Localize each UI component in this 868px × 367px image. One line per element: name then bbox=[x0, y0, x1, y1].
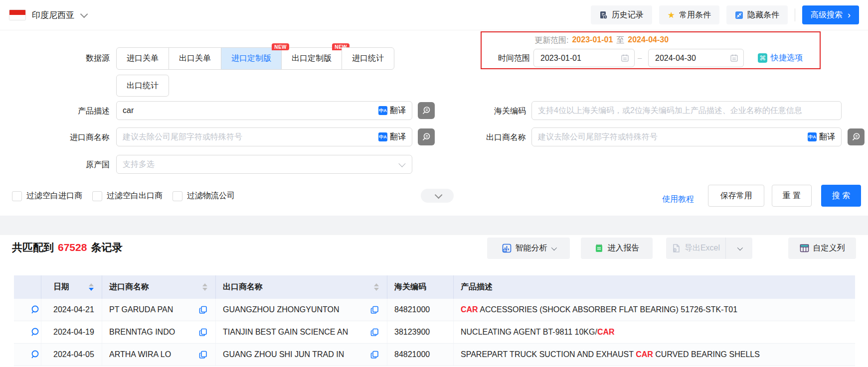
exporter-name[interactable]: TIANJIN BEST GAIN SCIENCE AN bbox=[223, 328, 348, 337]
importer-name[interactable]: ARTHA WIRA LO bbox=[109, 350, 171, 359]
quick-options-label: 快捷选项 bbox=[771, 53, 803, 63]
hs-code-cell: 38123900 bbox=[387, 321, 454, 343]
table-row: 2024-04-21 PT GARUDA PAN GUANGZHOU ZHONG… bbox=[14, 299, 855, 321]
origin-select[interactable] bbox=[116, 155, 412, 174]
collapse-form-button[interactable] bbox=[421, 189, 454, 203]
copy-button[interactable] bbox=[369, 351, 380, 359]
chevron-down-icon bbox=[551, 245, 556, 250]
customize-columns-button[interactable]: 自定义列 bbox=[788, 238, 856, 259]
exporter-cell: TIANJIN BEST GAIN SCIENCE AN bbox=[216, 321, 387, 343]
view-detail-button[interactable] bbox=[29, 305, 41, 315]
export-excel-label: 导出Excel bbox=[685, 243, 720, 253]
export-excel-button[interactable]: 导出Excel bbox=[666, 238, 725, 259]
header-date[interactable]: 日期 bbox=[41, 275, 102, 299]
exporter-name[interactable]: GUANGZHOU ZHONGYUNTON bbox=[223, 305, 339, 314]
origin-label: 原产国 bbox=[0, 160, 110, 170]
importer-name[interactable]: PT GARUDA PAN bbox=[109, 305, 173, 314]
exporter-name[interactable]: GUANG ZHOU SHI JUN TRAD IN bbox=[223, 350, 344, 359]
country-name: 印度尼西亚 bbox=[32, 9, 74, 21]
exporter-field: 中A 翻译 bbox=[531, 127, 842, 146]
importer-label: 进口商名称 bbox=[0, 132, 110, 143]
magnifier-icon bbox=[30, 305, 40, 315]
date-from-input[interactable]: 2023-01-01 bbox=[533, 49, 635, 67]
copy-button[interactable] bbox=[198, 306, 208, 314]
hs-code-input[interactable] bbox=[538, 106, 835, 115]
highlight-keyword: CAR bbox=[461, 305, 478, 314]
copy-icon bbox=[199, 351, 207, 359]
date-cell: 2024-04-21 bbox=[41, 299, 102, 321]
enter-report-button[interactable]: 进入报告 bbox=[581, 238, 653, 259]
product-desc-cell: NUCLEATING AGENT BT-9811 10KG/CAR bbox=[454, 321, 855, 343]
advanced-search-button[interactable]: 高级搜索 › bbox=[802, 5, 859, 24]
star-icon: ★ bbox=[668, 11, 675, 19]
importer-input[interactable] bbox=[123, 132, 374, 141]
history-button[interactable]: 历史记录 bbox=[591, 5, 652, 24]
header-exporter[interactable]: 出口商名称 bbox=[216, 275, 387, 299]
translate-link[interactable]: 中A 翻译 bbox=[378, 132, 406, 142]
tab-import-customs[interactable]: 进口关单 bbox=[116, 47, 169, 70]
columns-table-icon bbox=[800, 244, 809, 253]
date-to-input[interactable]: 2024-04-30 bbox=[648, 49, 744, 67]
update-range-label: 更新范围: bbox=[534, 35, 568, 46]
importer-name[interactable]: BRENNTAG INDO bbox=[109, 328, 175, 337]
origin-input[interactable] bbox=[123, 160, 399, 169]
hide-conditions-button[interactable]: 隐藏条件 bbox=[726, 5, 788, 24]
copy-button[interactable] bbox=[369, 328, 380, 337]
exporter-input[interactable] bbox=[538, 132, 804, 141]
date-cell: 2024-04-19 bbox=[41, 321, 102, 343]
product-desc-label: 产品描述 bbox=[0, 106, 110, 117]
translate-link[interactable]: 中A 翻译 bbox=[378, 106, 406, 116]
translate-label: 翻译 bbox=[819, 132, 835, 142]
view-detail-button[interactable] bbox=[29, 327, 41, 337]
bi-chart-icon: BI bbox=[502, 244, 512, 253]
sort-icon[interactable] bbox=[202, 283, 207, 291]
tab-import-custom-edition[interactable]: 进口定制版 NEW bbox=[221, 47, 282, 70]
tab-label: 进口统计 bbox=[352, 53, 384, 64]
export-doc-icon bbox=[672, 244, 681, 253]
results-table: 日期 进口商名称 出口商名称 海关编码 产品描述 2024-04-21 PT G… bbox=[14, 275, 855, 366]
save-common-button[interactable]: 保存常用 bbox=[708, 185, 764, 207]
view-detail-button[interactable] bbox=[29, 350, 41, 360]
checkbox-filter-logistics[interactable]: 过滤物流公司 bbox=[173, 191, 235, 201]
row-detail-cell bbox=[14, 344, 41, 366]
tutorial-link[interactable]: 使用教程 bbox=[662, 194, 694, 205]
time-range-panel: 更新范围: 2023-01-01 至 2024-04-30 时间范围 2023-… bbox=[481, 31, 821, 69]
magnifier-icon bbox=[30, 327, 40, 337]
chevron-down-icon bbox=[80, 10, 88, 18]
favorites-button[interactable]: ★ 常用条件 bbox=[659, 5, 719, 24]
tab-import-statistics[interactable]: 进口统计 bbox=[342, 47, 394, 70]
row-detail-cell bbox=[14, 321, 41, 343]
sort-icon[interactable] bbox=[374, 283, 379, 291]
date-from-value: 2023-01-01 bbox=[540, 54, 621, 63]
checkbox-filter-blank-exporter[interactable]: 过滤空白出口商 bbox=[92, 191, 163, 201]
export-options-button[interactable] bbox=[725, 238, 752, 259]
chevron-down-icon bbox=[434, 191, 442, 199]
tab-export-customs[interactable]: 出口关单 bbox=[169, 47, 221, 70]
history-icon bbox=[599, 11, 608, 19]
quick-options-link[interactable]: ⌘ 快捷选项 bbox=[758, 53, 803, 63]
copy-button[interactable] bbox=[198, 351, 208, 359]
fuzzy-match-button[interactable] bbox=[848, 128, 865, 145]
divider bbox=[795, 8, 795, 21]
importer-cell: PT GARUDA PAN bbox=[102, 299, 216, 321]
results-count: 67528 bbox=[58, 242, 87, 253]
translate-link[interactable]: 中A 翻译 bbox=[808, 132, 835, 142]
smart-analysis-label: 智能分析 bbox=[516, 243, 547, 253]
copy-button[interactable] bbox=[198, 328, 208, 337]
search-button[interactable]: 搜 索 bbox=[821, 185, 861, 207]
new-badge: NEW bbox=[272, 43, 289, 50]
tab-export-custom-edition[interactable]: 出口定制版 NEW bbox=[281, 47, 342, 70]
tab-export-statistics[interactable]: 出口统计 bbox=[116, 75, 169, 97]
trade-data-search-page: 印度尼西亚 历史记录 ★ 常用条件 隐藏条件 高级搜索 › 数据源 bbox=[0, 0, 868, 367]
copy-button[interactable] bbox=[369, 306, 380, 314]
highlight-keyword: CAR bbox=[636, 350, 653, 359]
tab-label: 出口定制版 bbox=[292, 53, 332, 64]
checkbox-filter-blank-importer[interactable]: 过滤空白进口商 bbox=[12, 191, 82, 201]
magnifier-icon bbox=[30, 350, 40, 360]
smart-analysis-button[interactable]: BI 智能分析 bbox=[487, 238, 570, 259]
product-desc-input[interactable] bbox=[123, 106, 374, 115]
reset-button[interactable]: 重 置 bbox=[772, 185, 812, 207]
country-selector[interactable]: 印度尼西亚 bbox=[9, 9, 86, 21]
header-importer[interactable]: 进口商名称 bbox=[102, 275, 216, 299]
sort-icon[interactable] bbox=[89, 283, 94, 291]
